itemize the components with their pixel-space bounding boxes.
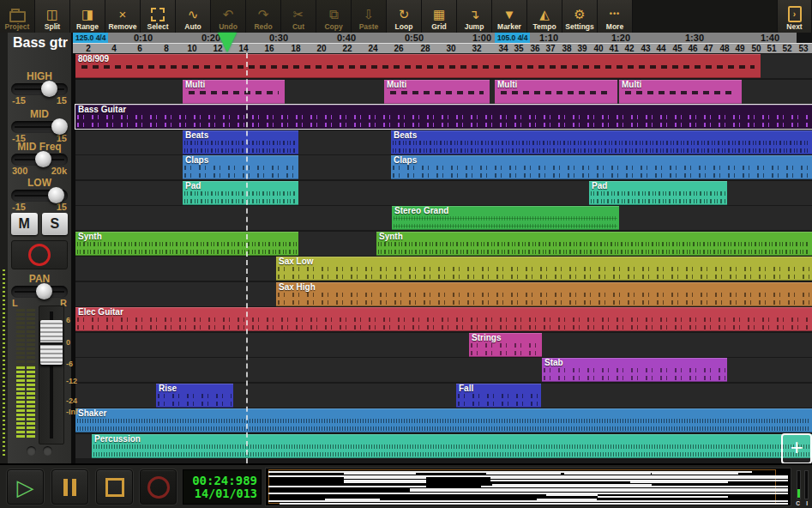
clip-claps[interactable]: Claps <box>183 155 298 179</box>
clip-label: Multi <box>497 80 517 89</box>
paste-button[interactable]: ⇩Paste <box>352 0 387 33</box>
marker-button[interactable]: ▼Marker <box>492 0 527 33</box>
jump-button[interactable]: ↴Jump <box>457 0 492 33</box>
automation-button[interactable]: ∿Auto <box>176 0 211 33</box>
mute-button[interactable]: M <box>11 213 38 235</box>
clip-label: Percussion <box>94 434 141 444</box>
playhead-marker-icon[interactable] <box>218 33 237 52</box>
remove-button[interactable]: ×Remove <box>105 0 141 33</box>
clip-beats[interactable]: Beats <box>391 130 812 154</box>
clip-multi[interactable]: Multi <box>183 80 285 104</box>
track-lane-sax-high[interactable]: Sax High <box>75 282 812 306</box>
track-lane-shaker[interactable]: Shaker <box>75 408 812 432</box>
clip-label: Pad <box>592 181 607 190</box>
toolbar-button-label: Undo <box>219 22 238 31</box>
clip-pad[interactable]: Pad <box>183 181 298 205</box>
mid-slider[interactable] <box>11 121 68 133</box>
high-slider[interactable] <box>11 83 68 95</box>
grid-button[interactable]: ▦Grid <box>422 0 457 33</box>
clip-multi[interactable]: Multi <box>384 80 490 104</box>
track-lane-claps[interactable]: ClapsClaps <box>75 155 812 179</box>
io-meter <box>804 470 809 499</box>
slider-knob[interactable] <box>36 283 52 299</box>
clip-shaker[interactable]: Shaker <box>75 408 812 432</box>
track-lane-synth[interactable]: SynthSynth <box>75 232 812 256</box>
stop-button[interactable] <box>96 469 133 505</box>
track-lane-strings[interactable]: Strings <box>75 333 812 357</box>
arrangement-area[interactable]: 808/909MultiMultiMultiMultiBass GuitarBe… <box>73 53 812 463</box>
pause-button[interactable] <box>51 469 88 505</box>
track-lane-sax-low[interactable]: Sax Low <box>75 257 812 281</box>
clip-multi[interactable]: Multi <box>495 80 617 104</box>
mid-freq-slider[interactable] <box>11 154 68 166</box>
clip-sax-high[interactable]: Sax High <box>276 282 812 306</box>
clip-808-909[interactable]: 808/909 <box>75 54 761 78</box>
clip-rise[interactable]: Rise <box>156 384 233 408</box>
undo-button[interactable]: ↶Undo <box>211 0 246 33</box>
project-overview-navigator[interactable] <box>265 468 791 506</box>
clip-percussion[interactable]: Percussion <box>92 434 812 458</box>
track-lane-elec-guitar[interactable]: Elec Guitar <box>75 307 812 331</box>
select-button[interactable]: Select <box>141 0 176 33</box>
channel-strip-panel: Bass gtr HIGH-1515MID-1515MID Freq30020k… <box>8 33 73 463</box>
clip-claps[interactable]: Claps <box>391 155 812 179</box>
slider-knob[interactable] <box>48 187 64 203</box>
clip-beats[interactable]: Beats <box>183 130 298 154</box>
clip-fall[interactable]: Fall <box>456 384 541 408</box>
tempo-button[interactable]: ◭Tempo <box>527 0 562 33</box>
pan-slider[interactable] <box>11 286 68 298</box>
time-tick-label: 1:30 <box>685 33 704 43</box>
cut-button[interactable]: ✂Cut <box>281 0 316 33</box>
clip-stereo-grand[interactable]: Stereo Grand <box>392 206 619 230</box>
tempo-signature-badge[interactable]: 125.0 4/4 <box>73 33 108 43</box>
clip-pad[interactable]: Pad <box>589 181 727 205</box>
bar-number-label: 2 <box>86 44 91 53</box>
clip-bass-guitar[interactable]: Bass Guitar <box>75 105 812 129</box>
timeline-ruler[interactable]: 0:100:200:300:400:501:001:101:201:301:40… <box>73 33 812 53</box>
track-lane-rise-fall[interactable]: RiseFall <box>75 384 812 408</box>
slider-knob[interactable] <box>41 81 57 97</box>
play-button[interactable]: ▷ <box>7 469 44 505</box>
track-lane-beats[interactable]: BeatsBeats <box>75 130 812 154</box>
copy-button[interactable]: ⧉Copy <box>316 0 352 33</box>
split-button[interactable]: ◫Split <box>35 0 70 33</box>
solo-button[interactable]: S <box>42 213 69 235</box>
redo-button[interactable]: ↷Redo <box>246 0 281 33</box>
clip-multi[interactable]: Multi <box>619 80 742 104</box>
stop-icon <box>105 478 124 497</box>
fader-cap[interactable] <box>40 320 63 365</box>
copy-icon: ⧉ <box>329 6 339 22</box>
settings-button[interactable]: ⚙Settings <box>562 0 598 33</box>
tempo-signature-badge[interactable]: 105.0 4/4 <box>495 33 530 43</box>
track-lane-bass-guitar[interactable]: Bass Guitar <box>75 105 812 129</box>
time-display[interactable]: 00:24:989 14/01/013 <box>183 469 262 505</box>
low-slider[interactable] <box>11 190 68 202</box>
overview-clip-bar <box>546 494 598 496</box>
loop-button[interactable]: ↻Loop <box>387 0 422 33</box>
track-lane-pad[interactable]: PadPad <box>75 181 812 205</box>
volume-fader[interactable] <box>39 305 64 444</box>
track-lane-stereo-grand[interactable]: Stereo Grand <box>75 206 812 230</box>
arm-record-button[interactable] <box>11 240 68 269</box>
track-lane-808-909[interactable]: 808/909 <box>75 54 812 78</box>
clip-strings[interactable]: Strings <box>469 333 542 357</box>
clip-elec-guitar[interactable]: Elec Guitar <box>75 307 812 331</box>
range-button[interactable]: ◨Range <box>70 0 105 33</box>
clip-synth[interactable]: Synth <box>376 232 812 256</box>
project-button[interactable]: Project <box>0 0 35 33</box>
clip-stab[interactable]: Stab <box>542 358 727 382</box>
record-button[interactable] <box>140 469 177 505</box>
track-lane-multi[interactable]: MultiMultiMultiMulti <box>75 80 812 104</box>
clip-synth[interactable]: Synth <box>75 232 298 256</box>
add-track-button[interactable]: + <box>781 433 812 464</box>
track-lane-stab[interactable]: Stab <box>75 358 812 382</box>
slider-knob[interactable] <box>51 118 68 135</box>
range-icon: ◨ <box>81 6 93 22</box>
more-button[interactable]: •••More <box>598 0 633 33</box>
slider-knob[interactable] <box>35 151 51 167</box>
clip-sax-low[interactable]: Sax Low <box>276 257 812 281</box>
ruler-bars-row[interactable]: 2468101214161820222426283032343536373839… <box>73 44 812 53</box>
next-button[interactable]: ›Next <box>777 0 812 33</box>
track-lane-percussion[interactable]: Percussion <box>75 434 812 458</box>
ruler-time-row[interactable]: 0:100:200:300:400:501:001:101:201:301:40… <box>73 33 812 44</box>
